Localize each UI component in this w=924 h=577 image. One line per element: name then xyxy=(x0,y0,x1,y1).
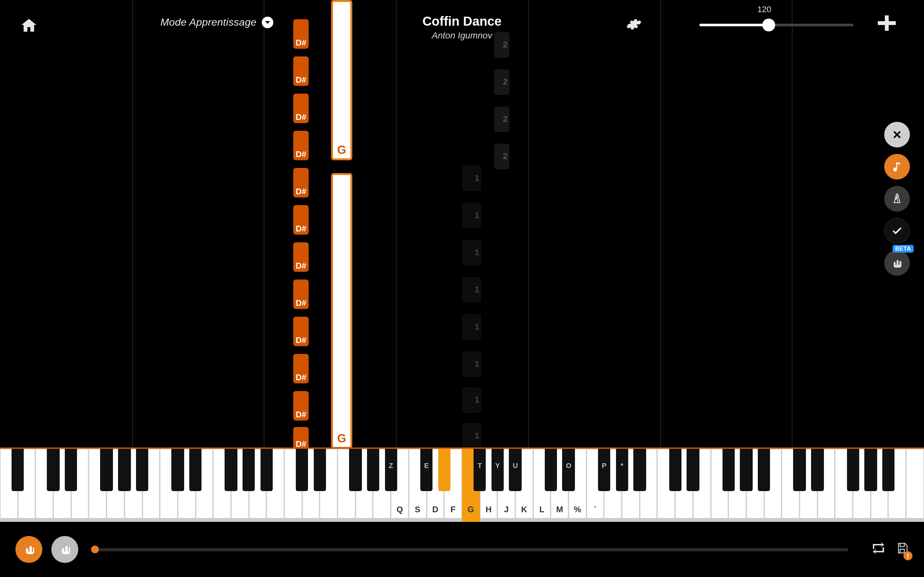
black-key[interactable] xyxy=(171,449,184,491)
right-hand-button[interactable] xyxy=(51,536,78,563)
song-artist: Anton Igumnov xyxy=(423,30,502,40)
black-key[interactable]: Y xyxy=(491,449,504,491)
black-key[interactable] xyxy=(793,449,806,491)
home-icon[interactable] xyxy=(19,17,39,35)
falling-note-dsharp: D# xyxy=(293,131,309,160)
falling-note-faded: 1 xyxy=(462,387,481,413)
mode-selector[interactable]: Mode Apprentissage xyxy=(160,17,273,28)
black-key[interactable] xyxy=(758,449,771,491)
black-key[interactable] xyxy=(118,449,131,491)
white-key[interactable] xyxy=(906,449,924,522)
gear-icon xyxy=(626,17,642,32)
falling-note-faded: 1 xyxy=(462,240,481,266)
falling-note-faded: 1 xyxy=(462,314,481,340)
white-key-label: ` xyxy=(587,504,603,514)
black-key[interactable] xyxy=(669,449,682,491)
white-key-label: S xyxy=(409,504,426,514)
black-key[interactable] xyxy=(811,449,824,491)
falling-note-dsharp: D# xyxy=(293,391,309,421)
hands-icon xyxy=(891,257,903,269)
settings-button[interactable] xyxy=(626,17,642,35)
octave-divider xyxy=(792,0,793,449)
save-button[interactable]: ! xyxy=(896,541,909,558)
black-key[interactable] xyxy=(260,449,273,491)
black-key[interactable] xyxy=(367,449,380,491)
eighth-note-icon xyxy=(891,161,903,172)
close-icon xyxy=(893,131,901,139)
black-key[interactable] xyxy=(47,449,60,491)
white-key-label: H xyxy=(480,504,497,514)
metronome-button[interactable] xyxy=(884,186,910,211)
progress-thumb[interactable] xyxy=(91,546,99,553)
black-key[interactable] xyxy=(65,449,78,491)
falling-note-dsharp: D# xyxy=(293,242,309,272)
white-key-label: F xyxy=(445,504,461,514)
black-key[interactable] xyxy=(225,449,237,491)
tempo-value: 120 xyxy=(758,5,771,14)
white-key-label: L xyxy=(533,504,550,514)
white-key-label: % xyxy=(569,504,586,514)
close-button[interactable] xyxy=(884,122,910,147)
black-key[interactable] xyxy=(296,449,309,491)
note-waterfall: D#D#D#D#D#D#D#D#D#D#D#D#GG222211111111 xyxy=(0,0,924,449)
black-key[interactable]: E xyxy=(420,449,433,491)
black-key[interactable]: Z xyxy=(384,449,397,491)
left-hand-button[interactable] xyxy=(15,536,42,563)
hand-right-icon xyxy=(58,542,72,556)
black-key[interactable] xyxy=(313,449,326,491)
octave-divider xyxy=(660,0,661,449)
black-key[interactable] xyxy=(740,449,753,491)
white-key-label: J xyxy=(498,504,515,514)
black-key[interactable] xyxy=(189,449,202,491)
confirm-button[interactable] xyxy=(884,218,910,243)
black-key[interactable] xyxy=(11,449,24,491)
black-key[interactable] xyxy=(722,449,735,491)
black-key[interactable] xyxy=(544,449,557,491)
song-meta: Coffin Dance Anton Igumnov xyxy=(423,14,502,40)
progress-bar[interactable] xyxy=(94,548,848,551)
app-root: D#D#D#D#D#D#D#D#D#D#D#D#GG222211111111 M… xyxy=(0,0,924,577)
white-key-label: K xyxy=(516,504,532,514)
white-key-label: Q xyxy=(391,504,408,514)
black-key[interactable] xyxy=(349,449,362,491)
tempo-track xyxy=(699,24,853,26)
black-key[interactable] xyxy=(846,449,859,491)
note-labels-button[interactable] xyxy=(884,154,910,179)
bottom-bar: ! xyxy=(0,522,924,577)
black-key[interactable] xyxy=(687,449,699,491)
falling-note-faded: 1 xyxy=(462,423,481,449)
tempo-thumb[interactable] xyxy=(762,19,775,31)
falling-note-dsharp: D# xyxy=(293,168,309,197)
black-key[interactable]: * xyxy=(615,449,628,491)
top-bar: Mode Apprentissage Coffin Dance Anton Ig… xyxy=(0,0,924,45)
falling-note-dsharp: D# xyxy=(293,317,309,346)
black-key[interactable] xyxy=(438,449,451,491)
falling-note-dsharp: D# xyxy=(293,427,309,449)
loop-button[interactable] xyxy=(870,541,887,558)
falling-note-dsharp: D# xyxy=(293,93,309,123)
black-key[interactable] xyxy=(136,449,149,491)
hand-left-icon xyxy=(22,542,36,556)
octave-divider xyxy=(396,0,397,449)
white-key-label: M xyxy=(551,504,568,514)
piano-keyboard: QSDFGHJKLM%` ZETYUOP* xyxy=(0,449,924,522)
black-key[interactable] xyxy=(864,449,877,491)
black-key[interactable]: T xyxy=(473,449,486,491)
hands-button[interactable]: BETA xyxy=(884,250,910,276)
loop-icon xyxy=(870,541,887,555)
black-key[interactable]: U xyxy=(509,449,522,491)
octave-divider xyxy=(528,0,529,449)
black-key[interactable] xyxy=(882,449,895,491)
black-key[interactable]: P xyxy=(598,449,611,491)
chevron-down-icon xyxy=(262,17,273,28)
falling-note-dsharp: D# xyxy=(293,354,309,384)
falling-note-faded: 2 xyxy=(494,143,509,169)
black-key[interactable] xyxy=(242,449,255,491)
side-tools: BETA xyxy=(884,122,910,276)
black-key[interactable] xyxy=(100,449,113,491)
octave-divider xyxy=(264,0,265,449)
fullscreen-toggle[interactable] xyxy=(878,15,896,31)
black-key[interactable] xyxy=(633,449,646,491)
black-key[interactable]: O xyxy=(562,449,575,491)
falling-note-dsharp: D# xyxy=(293,56,309,86)
